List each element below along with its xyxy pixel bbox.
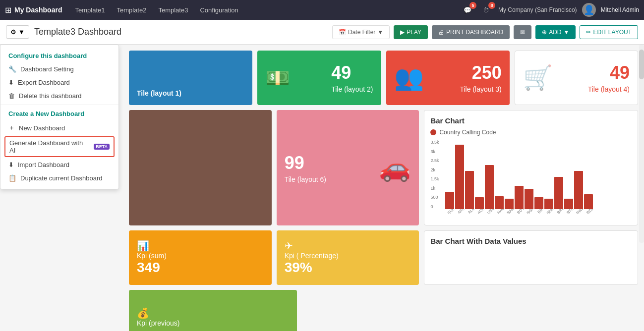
clock-button[interactable]: ⏱ 8	[479, 3, 493, 17]
gear-menu-button[interactable]: ⚙ ▼	[6, 25, 29, 39]
bar	[525, 189, 533, 209]
bar-label: BRL	[556, 209, 565, 214]
dashboard-title: Template3 Dashboard	[34, 27, 327, 37]
bar	[465, 171, 474, 209]
bar	[515, 186, 524, 209]
edit-label: EDIT LAYOUT	[593, 29, 632, 36]
kpi-sum-tile: 📊 Kpi (sum) 349	[129, 230, 272, 285]
tile-layout4: 🛒 49 Tile (layout 4)	[515, 51, 638, 105]
kpi-percentage-tile: ✈ Kpi ( Percentage) 39%	[277, 230, 419, 285]
bar-label: BZD	[585, 209, 595, 214]
bar	[584, 194, 593, 209]
import-icon: ⬇	[8, 161, 14, 168]
menu-template3[interactable]: Template3	[153, 4, 193, 16]
bar	[445, 192, 454, 209]
edit-layout-button[interactable]: ✏ EDIT LAYOUT	[580, 25, 638, 39]
trash-icon: 🗑	[8, 92, 15, 100]
add-chevron-icon: ▼	[564, 29, 570, 36]
bar-label: BIF	[536, 209, 545, 214]
top-menu: Template1 Template2 Template3 Configurat…	[70, 4, 243, 16]
delete-label: Delete this dashboard	[19, 92, 81, 100]
play-icon: ▶	[400, 29, 405, 36]
duplicate-dashboard-item[interactable]: 📋 Duplicate current Dashboard	[0, 171, 118, 185]
bar-chart-widget: Bar Chart Country Calling Code 0 500 1k …	[424, 110, 638, 225]
tile6-info: 99 Tile (layout 6)	[285, 153, 326, 183]
bar-label: AFN	[457, 209, 466, 214]
kpi-previous-tile: 💰 Kpi (previous)	[129, 290, 297, 331]
bar	[485, 165, 494, 209]
generate-dashboard-item[interactable]: Generate Dashboard with AI BETA	[4, 136, 115, 157]
car-icon: 🚗	[379, 153, 411, 183]
cart-icon: 🛒	[523, 64, 553, 92]
chart-legend: Country Calling Code	[430, 129, 632, 136]
top-navigation: ⊞ My Dashboard Template1 Template2 Templ…	[0, 0, 644, 20]
bar-label: EUR	[447, 209, 456, 214]
company-name: My Company (San Francisco)	[498, 6, 577, 13]
bar-label: BWP	[576, 209, 585, 214]
add-button[interactable]: ⊕ ADD ▼	[535, 25, 576, 39]
kpi-previous-label: Kpi (previous)	[137, 319, 179, 327]
export-dashboard-item[interactable]: ⬇ Export Dashboard	[0, 76, 118, 89]
chat-button[interactable]: 💬 5	[461, 3, 474, 17]
beta-badge: BETA	[94, 144, 110, 150]
tile3-label: Tile (layout 3)	[460, 85, 501, 93]
kpi-percentage-label: Kpi ( Percentage)	[285, 252, 339, 260]
legend-label: Country Calling Code	[439, 129, 496, 136]
bar	[505, 199, 514, 209]
user-avatar[interactable]: 👤	[582, 3, 596, 17]
new-dashboard-item[interactable]: ＋ New Dashboard	[0, 120, 118, 135]
kpi-sum-value: 349	[137, 260, 160, 276]
duplicate-label: Duplicate current Dashboard	[20, 174, 102, 182]
menu-template2[interactable]: Template2	[112, 4, 151, 16]
duplicate-icon: 📋	[8, 174, 16, 182]
kpi-sum-icon: 📊	[137, 240, 149, 252]
app-brand: My Dashboard	[14, 6, 62, 14]
subheader: ⚙ ▼ Template3 Dashboard 📅 Date Filter ▼ …	[0, 20, 644, 45]
bar-chart2-widget: Bar Chart With Data Values	[424, 230, 638, 285]
create-section-title: Create a New Dashboard	[0, 107, 118, 120]
bar	[475, 197, 484, 209]
add-label: ADD	[549, 29, 561, 36]
email-button[interactable]: ✉	[514, 25, 531, 39]
print-icon: 🖨	[438, 29, 444, 36]
chat-badge: 5	[469, 2, 476, 9]
configure-section-title: Configure this dashboard	[0, 49, 118, 62]
settings-icon: ⚙	[10, 28, 16, 36]
export-label: Export Dashboard	[18, 79, 70, 86]
app-logo[interactable]: ⊞ My Dashboard	[5, 5, 62, 15]
tile2-label: Tile (layout 2)	[331, 85, 373, 93]
scrollbar[interactable]	[639, 45, 644, 243]
tile-layout6: 99 Tile (layout 6) 🚗	[277, 110, 419, 225]
chevron-down-icon: ▼	[18, 28, 25, 36]
pencil-icon: ✏	[586, 29, 591, 36]
tile-layout2: 💵 49 Tile (layout 2)	[257, 51, 381, 105]
import-label: Import Dashboard	[18, 161, 69, 168]
bar	[554, 177, 563, 209]
scroll-thumb[interactable]	[639, 50, 644, 79]
bar-chart-bars	[430, 140, 632, 209]
bar-label: BTN	[566, 209, 575, 214]
money-icon: 💵	[265, 66, 290, 90]
plus-icon: ⊕	[542, 29, 547, 36]
dashboard-content: Configure this dashboard 🔧 Dashboard Set…	[0, 45, 644, 331]
bar-label: BND	[546, 209, 555, 214]
date-filter-button[interactable]: 📅 Date Filter ▼	[332, 25, 390, 39]
print-dashboard-button[interactable]: 🖨 PRINT DASHBOARD	[432, 25, 510, 39]
bar-label: AOA	[476, 209, 486, 214]
play-button[interactable]: ▶ PLAY	[394, 25, 428, 39]
tile2-info: 49 Tile (layout 2)	[331, 62, 373, 93]
clock-badge: 8	[488, 2, 495, 9]
kpi-percentage-icon: ✈	[285, 240, 293, 252]
menu-template1[interactable]: Template1	[70, 4, 110, 16]
bar-chart-title: Bar Chart	[430, 116, 632, 125]
generate-label: Generate Dashboard with AI	[9, 139, 90, 154]
dashboard-setting-item[interactable]: 🔧 Dashboard Setting	[0, 62, 118, 76]
delete-dashboard-item[interactable]: 🗑 Delete this dashboard	[0, 89, 118, 103]
import-dashboard-item[interactable]: ⬇ Import Dashboard	[0, 158, 118, 171]
tile6-label: Tile (layout 6)	[285, 175, 326, 183]
y-axis: 0 500 1k 1.5k 2k 2.5k 3k 3.5k	[430, 140, 439, 209]
bar-label: USD	[486, 209, 496, 214]
menu-configuration[interactable]: Configuration	[195, 4, 243, 16]
bar	[455, 145, 464, 209]
bar	[544, 199, 553, 209]
